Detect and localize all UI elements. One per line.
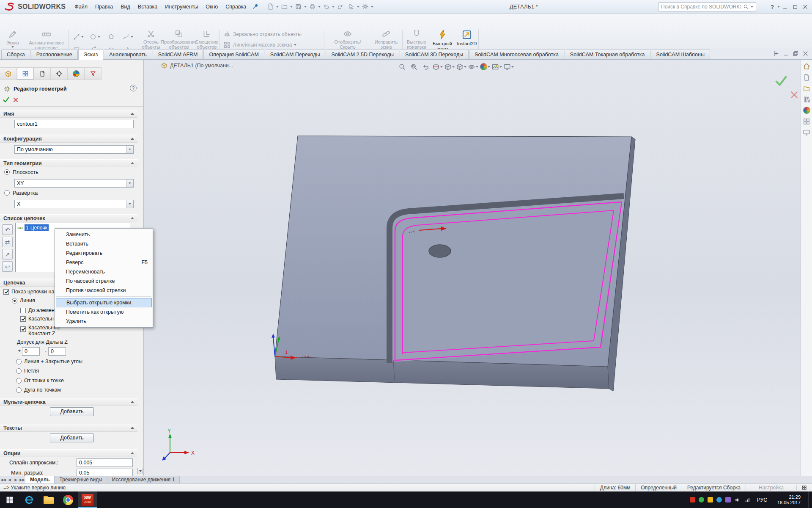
open-icon[interactable] [279,1,290,12]
tab-scroll-prev-icon[interactable]: ◀ [6,476,13,483]
document-tab[interactable] [34,67,51,80]
section-options-header[interactable]: Опции [0,449,137,457]
geometry-editor-tab[interactable] [17,67,34,80]
language-indicator[interactable]: РУС [754,497,770,503]
minimize-button[interactable] [780,2,790,12]
tangent-z-checkbox[interactable] [20,326,26,332]
tray-shield-icon[interactable] [699,497,704,502]
tab-solidcam-3d[interactable]: SolidCAM 3D Переходы [400,50,469,59]
menu-help[interactable]: Справка [222,0,250,14]
tangent-checkbox[interactable] [20,316,26,322]
panel-scroll-down-button[interactable] [137,468,143,474]
start-button[interactable] [0,491,19,508]
save-icon[interactable] [293,1,304,12]
search-scope-caret-icon[interactable] [751,6,753,8]
tab-analyze[interactable]: Анализировать [104,50,152,59]
solidworks-taskbar-button[interactable]: SW 2016 [78,491,97,508]
doc-close-icon[interactable] [802,50,809,57]
texts-add-button[interactable]: Добавить [50,433,94,442]
display-style-icon[interactable] [456,61,466,72]
tab-layout[interactable]: Расположение [31,50,78,59]
delta-plus-field[interactable]: 0 [22,347,40,356]
cm-select-open-edges[interactable]: Выбрать открытые кромки [56,298,152,307]
name-field[interactable]: contour1 [14,120,134,128]
spline-tool-button[interactable] [120,30,136,43]
trim-entities-button[interactable]: Отсечь объекты [138,28,164,52]
file-explorer-taskbar-button[interactable] [39,491,58,508]
custom-properties-icon[interactable] [802,117,811,126]
filter-tab[interactable] [85,67,102,80]
instant2d-button[interactable]: Instant2D [456,28,478,51]
tray-bluetooth-icon[interactable] [716,497,722,502]
chain-item-label[interactable]: 1-Цепочк [25,224,49,231]
spline-approx-field[interactable]: 0.005 [77,458,133,467]
return-chain-button[interactable]: ↩ [2,261,13,272]
taskbar-clock[interactable]: 21:29 18.05.2017 [773,494,805,505]
zoom-fit-icon[interactable] [397,61,407,72]
show-chain-checkbox[interactable] [3,289,9,295]
hide-show-items-icon[interactable] [468,61,478,72]
polygon-tool-button[interactable] [103,30,119,43]
design-library-icon[interactable] [802,95,811,104]
show-desktop-button[interactable] [808,491,811,508]
doc-restore-icon[interactable] [793,50,799,57]
browser-taskbar-button[interactable] [19,491,39,508]
select-caret-icon[interactable] [126,200,133,208]
menu-file[interactable]: Файл [71,0,91,14]
delta-minus-field[interactable]: 0 [48,347,66,356]
hole[interactable] [429,245,451,257]
chrome-taskbar-button[interactable] [58,491,78,508]
tray-network-icon[interactable] [744,497,751,503]
search-icon[interactable] [743,4,749,10]
cm-delete[interactable]: Удалить [55,317,153,326]
search-placeholder[interactable]: Поиск в Справке по SOLIDWORKS [661,4,741,10]
plane-radio[interactable] [4,169,10,175]
cm-clockwise[interactable]: По часовой стрелке [55,276,153,286]
cm-insert[interactable]: Вставить [55,239,153,248]
convert-entities-button[interactable]: Преобразование объектов [165,28,192,52]
cm-counterclockwise[interactable]: Против часовой стрелки [55,286,153,295]
cm-mark-open[interactable]: Пометить как открытую [55,307,153,317]
section-multichain-header[interactable]: Мульти-цепочка [0,398,137,406]
tab-sketch[interactable]: Эскиз [78,49,103,60]
redo-icon[interactable] [335,1,346,12]
tab-solidcam-templates[interactable]: SolidCAM Шаблоны [651,50,710,59]
tab-solidcam-turning[interactable]: SolidCAM Токарная обработка [565,50,650,59]
min-gap-field[interactable]: 0.05 [77,469,133,476]
help-button[interactable]: ? [767,2,777,12]
cm-rename[interactable]: Переименовать [55,267,153,276]
part-3d-model[interactable] [275,136,635,391]
section-config-header[interactable]: Конфигурация [0,135,137,143]
tray-update-icon[interactable] [708,497,713,502]
document-tab[interactable]: ДЕТАЛЬ1 (По умолчани... [161,62,233,69]
folder-icon[interactable] [802,84,811,93]
select-pointer-icon[interactable] [346,1,357,12]
graphics-viewport[interactable]: 1 Y X ДЕТАЛЬ1 (По умолчани... [144,60,801,476]
tab-scroll-last-icon[interactable]: ▶▶ [19,476,25,483]
print-icon[interactable] [307,1,318,12]
circle-tool-button[interactable] [87,30,103,43]
cm-edit[interactable]: Редактировать [55,248,153,258]
menu-window[interactable]: Окно [202,0,222,14]
view-orientation-icon[interactable] [444,61,455,72]
motion-study-tab[interactable]: Исследование движения 1 [107,476,180,483]
swap-chain-button[interactable]: ⇄ [2,237,13,247]
pin-menu-icon[interactable] [252,3,259,11]
tab-solidcam-25d[interactable]: SolidCAM 2.5D Переходы [326,50,399,59]
pocket-floor[interactable] [392,199,621,362]
unfold-radio[interactable] [4,190,10,196]
tray-volume-icon[interactable] [734,497,741,503]
multichain-add-button[interactable]: Добавить [50,407,94,416]
previous-view-icon[interactable] [420,61,431,72]
tab-solidcam-afrm[interactable]: SolidCAM AFRM [153,50,203,59]
line-tool-button[interactable] [70,30,86,43]
part-box-tab[interactable] [0,67,17,80]
cancel-x-icon[interactable] [13,97,19,103]
status-custom[interactable]: Настройка [746,484,796,491]
quick-snaps-button[interactable]: Быстрые привязки [404,28,429,52]
panel-help-icon[interactable]: ? [130,85,137,91]
ok-check-icon[interactable] [3,96,10,103]
dock-panel-icon[interactable] [773,50,779,57]
arc-by-points-radio[interactable] [16,387,22,393]
section-name-header[interactable]: Имя [0,110,137,118]
